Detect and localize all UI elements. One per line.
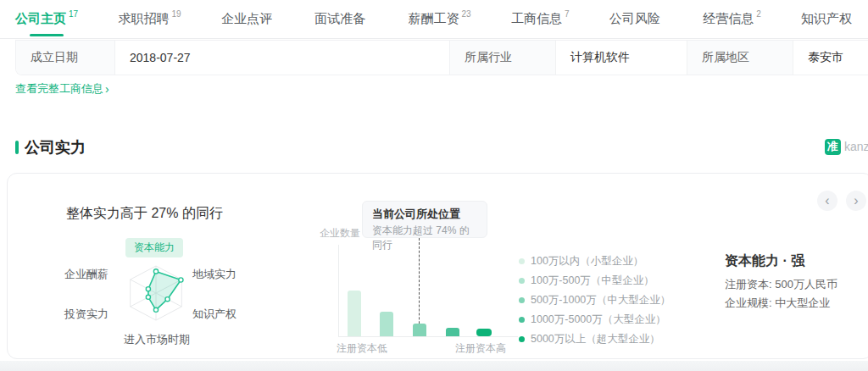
carousel-next-button[interactable]: › [846, 191, 866, 211]
legend-dot [519, 297, 525, 303]
legend-item: 500万-1000万（中大型企业） [519, 294, 670, 306]
tooltip-subtitle: 资本能力超过 74% 的同行 [372, 224, 477, 252]
section-title: 公司实力 [25, 137, 86, 158]
founded-date-value: 2018-07-27 [115, 41, 450, 75]
bar-super-large-enterprise [476, 329, 492, 336]
x-axis-left-label: 注册资本低 [337, 341, 387, 356]
top-nav: 公司主页17 求职招聘19 企业点评 面试准备 薪酬工资23 工商信息7 公司风… [0, 0, 868, 39]
bar-chart-y-axis [338, 245, 339, 337]
tab-count-badge: 7 [565, 9, 570, 19]
tab-count-badge: 19 [171, 9, 181, 19]
kanzhun-logo-icon: 准 [825, 139, 841, 155]
chevron-left-icon: ‹ [825, 194, 829, 208]
legend-dot [519, 317, 525, 323]
section-header: 公司实力 [15, 137, 86, 158]
legend-item: 100万-500万（中型企业） [519, 274, 670, 286]
radar-label-investment: 投资实力 [58, 307, 108, 322]
registered-capital-row: 注册资本: 500万人民币 [725, 277, 837, 292]
radar-label-salary: 企业酬薪 [58, 267, 108, 282]
bar-small-enterprise [348, 291, 361, 336]
kanzhun-logo-text: kanzhun [844, 140, 868, 153]
radar-label-market-entry: 进入市场时期 [106, 332, 208, 347]
x-axis-right-label: 注册资本高 [455, 341, 506, 356]
bar-chart-y-axis-label: 企业数量 [320, 226, 360, 241]
section-marker [15, 141, 19, 154]
chevron-right-icon: › [854, 194, 858, 208]
founded-date-label: 成立日期 [16, 41, 115, 75]
legend-dot [519, 336, 525, 342]
tab-count-badge: 17 [69, 9, 78, 19]
tab-operating-info[interactable]: 经营信息2 [703, 0, 761, 38]
tab-company-home[interactable]: 公司主页17 [15, 0, 78, 38]
tab-company-reviews[interactable]: 企业点评 [221, 0, 275, 38]
capability-title: 资本能力 · 强 [725, 252, 804, 270]
legend-dot [519, 278, 525, 284]
position-marker-line [419, 238, 420, 336]
legend-dot [519, 258, 525, 264]
bar-chart-x-axis [338, 336, 518, 337]
bar-large-enterprise [446, 328, 459, 336]
view-full-business-info-link[interactable]: 查看完整工商信息 › [15, 81, 109, 97]
carousel-prev-button[interactable]: ‹ [817, 191, 837, 211]
bar-mid-large-enterprise [413, 324, 426, 336]
tooltip-title: 当前公司所处位置 [372, 207, 477, 222]
radar-chart [105, 255, 207, 331]
radar-label-region-strength: 地域实力 [192, 267, 236, 282]
strength-headline: 整体实力高于 27% 的同行 [66, 205, 223, 223]
active-tab-underline [30, 34, 64, 36]
position-tooltip: 当前公司所处位置 资本能力超过 74% 的同行 [362, 201, 487, 238]
tab-jobs[interactable]: 求职招聘19 [118, 0, 181, 38]
tab-intellectual-property[interactable]: 知识产权 [801, 0, 854, 38]
tab-count-badge: 2 [756, 9, 761, 19]
tab-salaries[interactable]: 薪酬工资23 [409, 0, 471, 38]
legend-item: 100万以内（小型企业） [519, 255, 670, 267]
region-label: 所属地区 [687, 41, 793, 75]
tab-business-registration-info[interactable]: 工商信息7 [511, 0, 570, 38]
tab-interview-prep[interactable]: 面试准备 [314, 0, 368, 38]
page: 公司主页17 求职招聘19 企业点评 面试准备 薪酬工资23 工商信息7 公司风… [0, 0, 868, 371]
industry-label: 所属行业 [450, 41, 556, 75]
page-section-divider [0, 361, 868, 371]
kanzhun-logo[interactable]: 准 kanzhun [825, 138, 868, 155]
chevron-right-icon: › [105, 82, 109, 96]
capital-legend: 100万以内（小型企业） 100万-500万（中型企业） 500万-1000万（… [519, 255, 670, 352]
legend-item: 5000万以上（超大型企业） [519, 333, 670, 345]
company-scale-row: 企业规模: 中大型企业 [725, 296, 830, 311]
region-value: 泰安市 [793, 41, 868, 75]
industry-value: 计算机软件 [556, 41, 687, 75]
radar-label-ip: 知识产权 [192, 307, 236, 322]
bar-medium-enterprise [380, 312, 393, 336]
tab-count-badge: 23 [462, 9, 471, 19]
company-info-row: 成立日期 2018-07-27 所属行业 计算机软件 所属地区 泰安市 [15, 40, 868, 75]
tab-company-risk[interactable]: 公司风险 [609, 0, 663, 38]
legend-item: 1000万-5000万（大型企业） [519, 313, 670, 325]
